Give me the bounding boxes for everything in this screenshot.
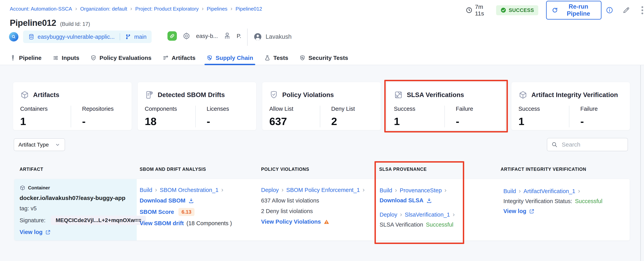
chevron-right-icon: › — [221, 187, 223, 193]
slsa-cell: Build › ProvenanceStep › Download SLSA D… — [380, 187, 454, 228]
view-log-link[interactable]: View log — [20, 229, 42, 235]
col-header-sbom: SBOM AND DRIFT ANALYSIS — [140, 167, 206, 172]
metric-label: Failure — [456, 106, 499, 112]
sbom-step-breadcrumb: Build › SBOM Orchestration_1 › — [140, 187, 232, 193]
webhook-trigger-icon — [168, 31, 177, 41]
breadcrumb-account-link[interactable]: Account: Automation-SSCA — [10, 6, 72, 12]
metric-label: Containers — [20, 106, 71, 112]
tab-policy-evaluations[interactable]: Policy Evaluations — [90, 51, 152, 65]
slsa-verification-breadcrumb: Deploy › SlsaVerification_1 › — [380, 212, 454, 218]
download-sbom-link[interactable]: Download SBOM — [140, 197, 186, 204]
check-circle-icon — [500, 7, 506, 13]
tab-artifacts[interactable]: Artifacts — [162, 51, 196, 65]
deny-list-violations: 2 Deny list violations — [261, 208, 364, 215]
repository-icon — [28, 34, 34, 40]
breadcrumb-pipelines-link[interactable]: Pipelines — [207, 6, 228, 12]
slsa-status-label: SLSA Verification — [380, 222, 423, 228]
security-shield-icon — [299, 55, 306, 61]
metric-value: - — [456, 115, 499, 127]
metric-value: 18 — [145, 115, 195, 127]
view-log-link[interactable]: View log — [503, 208, 526, 215]
metric-value: 637 — [269, 115, 320, 127]
tab-supply-chain[interactable]: Supply Chain — [206, 51, 253, 65]
branch-name: main — [134, 34, 146, 40]
artifact-type-badge: Container — [20, 185, 146, 191]
scan-avatar-icon — [9, 32, 18, 41]
metric-label: Failure — [580, 106, 624, 112]
artifact-type-text: Container — [28, 185, 50, 191]
metric-value: 1 — [20, 115, 71, 127]
artifact-type-dropdown[interactable]: Artifact Type — [14, 138, 65, 151]
step-link[interactable]: ProvenanceStep — [400, 187, 442, 194]
rerun-pipeline-button[interactable]: Re-run Pipeline — [546, 1, 602, 19]
col-header-artifact: ARTIFACT — [20, 167, 43, 172]
cube-icon — [20, 185, 26, 191]
tab-pipeline[interactable]: Pipeline — [10, 51, 42, 65]
sbom-document-icon — [145, 90, 154, 99]
breadcrumb-organization-link[interactable]: Organization: default — [80, 6, 127, 12]
integrity-status-row: Integrity Verification Status: Successfu… — [503, 198, 602, 205]
build-duration: 7m 11s — [466, 3, 489, 17]
cube-icon — [20, 90, 29, 99]
tab-tests[interactable]: Tests — [264, 51, 288, 65]
pipeline-icon — [10, 55, 16, 61]
sbom-cell: Build › SBOM Orchestration_1 › Download … — [140, 187, 232, 227]
sbom-drifts-card: Detected SBOM Drifts Components18 Licens… — [138, 82, 256, 130]
metric-label: Licenses — [207, 106, 250, 112]
build-id: (Build Id: 17) — [60, 21, 90, 27]
metric-value: 2 — [331, 115, 374, 127]
breadcrumb-project-link[interactable]: Project: Product Exploratory — [135, 6, 199, 12]
integrity-view-log-row: View log — [503, 208, 602, 215]
tab-label: Pipeline — [19, 55, 42, 61]
edit-pencil-icon[interactable] — [622, 6, 630, 14]
breadcrumb: Account: Automation-SSCA › Organization:… — [10, 6, 262, 12]
sbom-score-value: 6.13 — [178, 208, 195, 216]
card-title: SLSA Verifications — [407, 91, 464, 99]
step-link[interactable]: ArtifactVerification_1 — [524, 188, 575, 195]
download-slsa-link[interactable]: Download SLSA — [380, 197, 424, 204]
card-title: Artifact Integrity Verification — [532, 91, 618, 99]
tab-security-tests[interactable]: Security Tests — [299, 51, 348, 65]
view-policy-violations-link[interactable]: View Policy Violations — [261, 219, 321, 225]
chevron-right-icon: › — [230, 6, 232, 11]
col-header-integrity: ARTIFACT INTEGRITY VERIFICATION — [501, 167, 586, 172]
signature-value: MEQCICde2Vjl...L+2+mqnOXw== — [51, 216, 146, 225]
step-link[interactable]: SlsaVerification_1 — [405, 212, 450, 218]
metric-label: Success — [394, 106, 444, 112]
integrity-status-value: Successful — [575, 198, 602, 205]
step-link[interactable]: SBOM Policy Enforcement_1 — [286, 187, 360, 193]
chevron-right-icon: › — [400, 211, 402, 217]
repo-branch-chip[interactable]: easybuggy-vulnerable-applic... main — [23, 30, 152, 43]
stage-link[interactable]: Deploy — [261, 187, 279, 193]
chevron-right-icon: › — [444, 187, 446, 193]
more-options-icon[interactable] — [641, 5, 644, 15]
integrity-status-label: Integrity Verification Status: — [503, 198, 572, 205]
tab-label: Tests — [274, 55, 288, 61]
download-slsa-row: Download SLSA — [380, 197, 454, 204]
breadcrumb-pipeline012-link[interactable]: Pipeline012 — [236, 6, 262, 12]
execution-meta-row: easybuggy-vulnerable-applic... main — [9, 30, 152, 43]
divider — [120, 33, 120, 40]
col-header-slsa: SLSA PROVENANCE — [379, 167, 427, 172]
stage-link[interactable]: Build — [140, 187, 152, 193]
search-input[interactable] — [561, 141, 624, 148]
step-link[interactable]: SBOM Orchestration_1 — [160, 187, 218, 193]
scrollbar[interactable] — [640, 65, 641, 261]
metric-label: Success — [518, 106, 569, 112]
artifact-signature-row: Signature: MEQCICde2Vjl...L+2+mqnOXw== — [20, 216, 146, 225]
chevron-right-icon: › — [75, 6, 77, 11]
artifact-tag: tag: v5 — [20, 205, 146, 212]
shield-check-icon — [269, 90, 278, 99]
stage-link[interactable]: Deploy — [380, 212, 397, 218]
page-title-row: Pipeline012 (Build Id: 17) — [10, 18, 90, 28]
view-sbom-drift-link[interactable]: View SBOM drift — [140, 220, 184, 227]
info-icon[interactable] — [606, 6, 613, 14]
stage-link[interactable]: Build — [503, 188, 516, 195]
tab-inputs[interactable]: Inputs — [52, 51, 79, 65]
artifact-integrity-card: Artifact Integrity Verification Success1… — [512, 82, 630, 130]
clock-icon — [466, 7, 472, 13]
repo-name: easybuggy-vulnerable-applic... — [38, 34, 114, 40]
sbom-score-link[interactable]: SBOM Score — [140, 209, 174, 215]
artifacts-list-icon — [162, 55, 169, 61]
stage-link[interactable]: Build — [380, 187, 392, 194]
